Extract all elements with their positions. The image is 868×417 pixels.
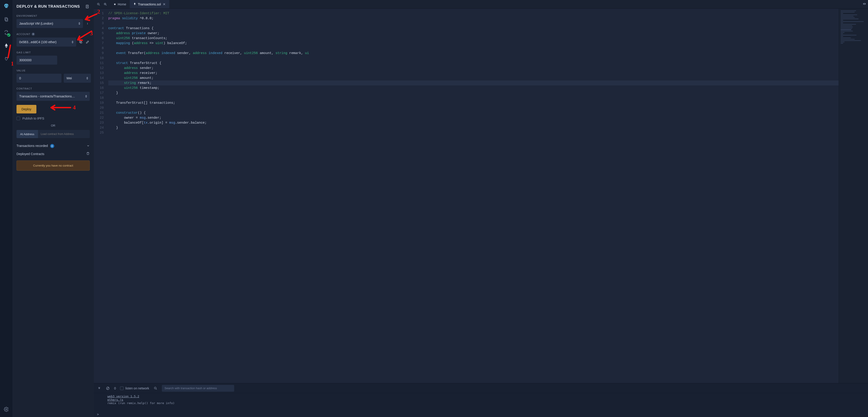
- tab-transactions-sol[interactable]: Transactions.sol ✕: [130, 0, 169, 8]
- clear-terminal-icon[interactable]: [105, 386, 110, 390]
- panel-title: DEPLOY & RUN TRANSACTIONS: [17, 4, 80, 9]
- terminal-search-icon[interactable]: [153, 386, 158, 390]
- copy-account-icon[interactable]: [79, 40, 83, 44]
- publish-ipfs-label: Publish to IPFS: [22, 117, 44, 120]
- edit-account-icon[interactable]: [85, 40, 90, 44]
- svg-rect-5: [87, 23, 88, 23]
- tx-recorded-row[interactable]: Transactions recorded 0: [17, 142, 90, 150]
- publish-ipfs-checkbox[interactable]: [17, 117, 20, 120]
- solidity-file-icon: [133, 2, 136, 6]
- minimap[interactable]: [839, 8, 868, 383]
- contract-select[interactable]: Transactions - contracts/Transactions.so…: [17, 92, 90, 101]
- compile-ok-badge-icon: [7, 33, 10, 37]
- svg-rect-0: [5, 18, 7, 21]
- value-amount-input[interactable]: [17, 74, 61, 83]
- terminal-prompt-icon[interactable]: >: [94, 412, 868, 417]
- account-select[interactable]: 0x5B3...eddC4 (100 ether): [17, 37, 76, 46]
- chevron-updown-icon: [79, 22, 80, 25]
- chevron-down-icon: [87, 144, 90, 148]
- chevron-updown-icon: [85, 95, 87, 98]
- deployed-contracts-label: Deployed Contracts: [17, 152, 44, 156]
- code-content[interactable]: // SPDX-License-Identifier: MITpragma so…: [107, 8, 839, 383]
- or-divider: OR: [17, 124, 90, 127]
- account-label: ACCOUNT +: [17, 33, 90, 36]
- tab-bar: Home Transactions.sol ✕: [94, 0, 868, 8]
- code-editor[interactable]: 1234567891011121314151617181920212223242…: [94, 8, 839, 383]
- panel-doc-icon[interactable]: [85, 4, 90, 9]
- terminal-panel: 0 listen on network web3 version 1.5.2et…: [94, 383, 868, 417]
- listen-network-label: listen on network: [125, 386, 149, 390]
- tx-recorded-count: 0: [50, 144, 54, 148]
- account-value: 0x5B3...eddC4 (100 ether): [19, 40, 57, 44]
- at-address-input[interactable]: [38, 130, 90, 138]
- deploy-run-panel: DEPLOY & RUN TRANSACTIONS ENVIRONMENT Ja…: [12, 0, 94, 417]
- file-explorer-icon[interactable]: [3, 16, 10, 23]
- clear-deployed-icon[interactable]: [86, 152, 90, 156]
- gas-limit-label: GAS LIMIT: [17, 51, 90, 54]
- pending-tx-count: 0: [114, 386, 116, 390]
- contract-label: CONTRACT: [17, 87, 90, 90]
- value-unit-select[interactable]: Wei: [64, 74, 91, 83]
- environment-info-icon[interactable]: [85, 21, 90, 26]
- chevron-updown-icon: [72, 41, 73, 43]
- environment-label: ENVIRONMENT: [17, 14, 90, 17]
- line-gutter: 1234567891011121314151617181920212223242…: [94, 8, 107, 383]
- svg-point-2: [6, 409, 7, 410]
- zoom-in-icon[interactable]: [103, 2, 108, 7]
- compiler-icon[interactable]: [3, 29, 10, 36]
- tx-recorded-label: Transactions recorded: [17, 144, 48, 148]
- svg-rect-1: [5, 18, 8, 21]
- at-address-button[interactable]: At Address: [17, 130, 38, 138]
- contract-value: Transactions - contracts/Transactions.so…: [19, 94, 76, 98]
- terminal-search-input[interactable]: [162, 385, 234, 392]
- tab-home-label: Home: [118, 2, 126, 6]
- listen-network-checkbox[interactable]: [120, 386, 124, 390]
- no-contract-message: Currently you have no contract: [17, 160, 90, 171]
- deploy-button[interactable]: Deploy: [17, 105, 36, 114]
- zoom-out-icon[interactable]: [96, 2, 101, 7]
- expand-right-icon[interactable]: [863, 2, 866, 6]
- value-unit: Wei: [66, 76, 72, 80]
- svg-rect-4: [87, 23, 88, 24]
- svg-point-11: [154, 387, 156, 389]
- collapse-terminal-icon[interactable]: [97, 386, 101, 390]
- settings-icon[interactable]: [3, 406, 10, 413]
- remix-logo-icon[interactable]: [3, 3, 10, 10]
- chevron-updown-icon: [86, 77, 88, 79]
- tab-close-icon[interactable]: ✕: [163, 2, 166, 6]
- tab-file-label: Transactions.sol: [138, 2, 161, 6]
- deploy-run-icon[interactable]: [3, 42, 10, 49]
- gas-limit-input[interactable]: [17, 56, 57, 65]
- value-label: VALUE: [17, 69, 90, 72]
- plugin-manager-icon[interactable]: [3, 55, 10, 62]
- terminal-output[interactable]: web3 version 1.5.2ethers.jsremix (run re…: [94, 393, 868, 412]
- tab-home[interactable]: Home: [110, 0, 130, 8]
- environment-select[interactable]: JavaScript VM (London): [17, 19, 83, 28]
- left-icon-rail: [0, 0, 12, 417]
- main-area: Home Transactions.sol ✕ 1234567891011121…: [94, 0, 868, 417]
- add-account-icon[interactable]: +: [32, 33, 35, 36]
- environment-value: JavaScript VM (London): [19, 22, 53, 25]
